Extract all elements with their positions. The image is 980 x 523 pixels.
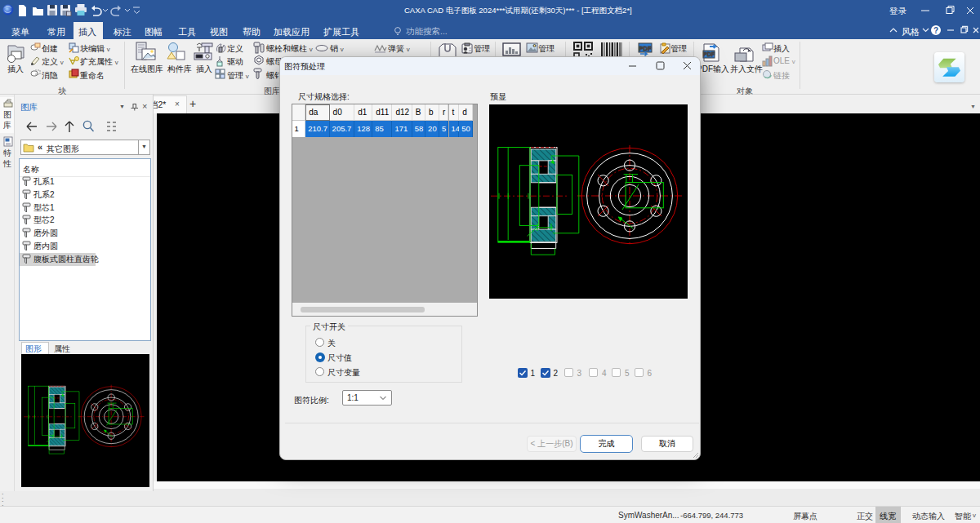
- svg-text:PDF: PDF: [639, 45, 652, 52]
- svg-text:PDF: PDF: [703, 51, 715, 57]
- svg-text:?: ?: [933, 26, 938, 35]
